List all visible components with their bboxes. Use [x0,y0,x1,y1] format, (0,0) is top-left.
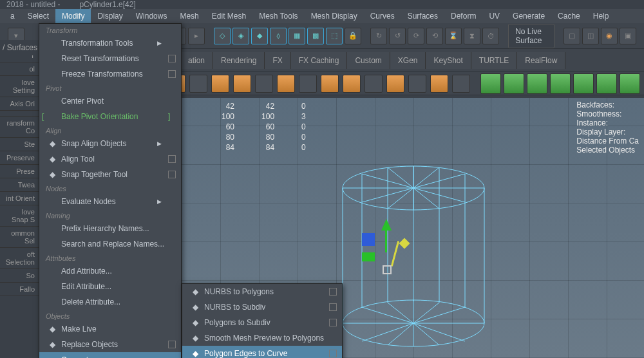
snap-icon[interactable]: ◊ [270,28,287,44]
shelf-icon[interactable] [189,75,207,93]
shelf-icon[interactable] [430,75,448,93]
menu-item[interactable]: Center Pivot [39,93,181,109]
menu-item[interactable]: Reset Transformations [39,51,181,66]
menu-item[interactable]: Search and Replace Names... [39,236,181,252]
option-box-icon[interactable] [168,155,176,163]
no-live-surface-button[interactable]: No Live Surface [508,24,554,48]
shelf-icon[interactable] [211,75,229,93]
submenu-item[interactable]: ◆NURBS to Polygons [182,284,342,299]
menu-item[interactable]: ◆Align Tool [39,151,181,167]
menu-item[interactable]: Transformation Tools▶ [39,35,181,51]
layout-icon[interactable]: ◫ [582,28,599,44]
menu-windows[interactable]: Windows [129,9,174,23]
shelf-tab[interactable]: FX [265,52,290,69]
submenu-item[interactable]: ◆NURBS to Subdiv [182,299,342,315]
submenu-item[interactable]: ◆Polygon Edges to Curve [182,346,342,358]
option-box-icon[interactable] [168,171,176,178]
menu-display[interactable]: Display [91,9,129,23]
layout-icon[interactable]: ▣ [620,28,636,44]
menu-help[interactable]: Help [587,9,616,23]
menu-item[interactable]: Freeze Transformations [39,66,181,82]
shelf-fx-icon[interactable] [620,73,640,94]
history-icon[interactable]: ↺ [389,28,406,44]
history-icon[interactable]: ⟲ [426,28,443,44]
shelf-icon[interactable] [408,75,426,93]
submenu-item[interactable]: ◆Smooth Mesh Preview to Polygons [182,330,342,346]
menu-item[interactable]: Add Attribute... [39,263,181,279]
menu-deform[interactable]: Deform [444,9,482,23]
shelf-icon[interactable] [386,75,404,93]
snap-icon[interactable]: ▩ [307,28,324,44]
snap-icon[interactable]: ◈ [232,28,249,44]
history-icon[interactable]: ⟳ [408,28,424,44]
menu-item[interactable]: Evaluate Nodes▶ [39,194,181,209]
snap-icon[interactable]: ⬚ [326,28,343,44]
shelf-fx-icon[interactable] [550,73,571,94]
menu-item[interactable]: ◆Replace Objects [39,337,181,352]
shelf-icon[interactable] [255,75,273,93]
menu-a[interactable]: a [4,9,21,23]
shelf-tab[interactable]: FX Caching [291,52,348,69]
menu-item[interactable]: ◆Snap Align Objects▶ [39,136,181,151]
snap-icon[interactable]: ◇ [214,28,231,44]
menu-uv[interactable]: UV [482,9,506,23]
shelf-icon[interactable] [343,75,361,93]
shelf-icon[interactable] [452,75,470,93]
option-box-icon[interactable] [329,350,337,357]
shelf-tab[interactable]: ation [180,52,213,69]
menu-item[interactable]: ◆Make Live [39,321,181,337]
menu-cache[interactable]: Cache [551,9,587,23]
shelf-tab[interactable]: XGen [390,52,426,69]
tool-icon[interactable]: ▸ [188,28,205,44]
menu-edit mesh[interactable]: Edit Mesh [205,9,252,23]
menu-mesh[interactable]: Mesh [173,9,205,23]
layout-icon[interactable]: ▢ [564,28,580,44]
lock-icon[interactable]: 🔒 [345,28,361,44]
menu-select[interactable]: Select [21,9,55,23]
shelf-icon[interactable] [299,75,317,93]
menu-surfaces[interactable]: Surfaces [401,9,444,23]
menu-item[interactable]: Delete Attribute... [39,294,181,310]
shelf-icon[interactable] [277,75,295,93]
option-box-icon[interactable] [168,70,176,78]
shelf-icon[interactable] [233,75,251,93]
shelf-fx-icon[interactable] [504,73,524,94]
shelf-tab[interactable]: Rendering [213,52,265,69]
shelf-fx-icon[interactable] [596,73,617,94]
shelf-tab[interactable]: TURTLE [471,52,517,69]
menu-item[interactable]: Convert▶ [39,352,181,358]
option-box-icon[interactable] [168,341,176,348]
shelf-tab[interactable]: KeyShot [426,52,471,69]
shelf-fx-icon[interactable] [480,73,501,94]
shelf-icon[interactable] [365,75,383,93]
menu-modify[interactable]: Modify [55,9,91,23]
history-icon[interactable]: ⏱ [482,28,499,44]
shelf-icon[interactable] [321,75,339,93]
layout-icon[interactable]: ◉ [601,28,618,44]
menu-generate[interactable]: Generate [506,9,551,23]
menu-group-header: Objects [39,310,181,321]
shelf-fx-icon[interactable] [527,73,547,94]
menu-item[interactable]: Bake Pivot Orientation [39,109,181,124]
option-box-icon[interactable] [329,303,337,311]
history-icon[interactable]: ⌛ [445,28,462,44]
history-icon[interactable]: ⧗ [464,28,480,44]
option-box-icon[interactable] [168,55,176,62]
submenu-item[interactable]: ◆Polygons to Subdiv [182,315,342,330]
menu-mesh display[interactable]: Mesh Display [305,9,364,23]
snap-icon[interactable]: ◆ [251,28,268,44]
menu-curves[interactable]: Curves [364,9,401,23]
option-box-icon[interactable] [329,288,337,296]
shelf-tab[interactable]: RealFlow [517,52,565,69]
menu-mesh tools[interactable]: Mesh Tools [252,9,304,23]
shelf-tab[interactable]: Custom [347,52,390,69]
menu-item[interactable]: Prefix Hierarchy Names... [39,221,181,236]
menu-item[interactable]: ◆Snap Together Tool [39,167,181,182]
option-box-icon[interactable] [329,319,337,326]
snap-icon[interactable]: ▦ [289,28,305,44]
surfaces-tab[interactable]: / Surfaces [0,40,43,55]
history-icon[interactable]: ↻ [370,28,387,44]
shelf-fx-icon[interactable] [573,73,594,94]
submenu-item-label: Smooth Mesh Preview to Polygons [204,334,324,343]
menu-item[interactable]: Edit Attribute... [39,279,181,294]
